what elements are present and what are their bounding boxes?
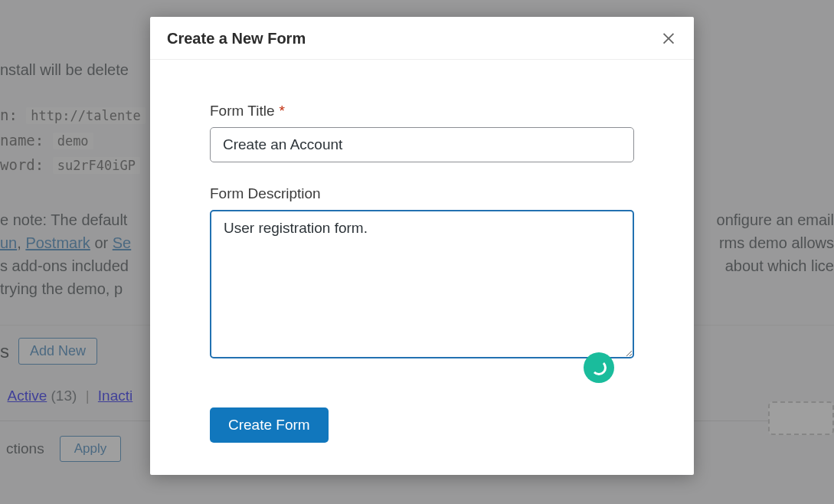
- loading-spinner: [584, 352, 614, 383]
- form-desc-group: Form Description: [210, 185, 634, 362]
- close-icon: [660, 37, 677, 48]
- modal-header: Create a New Form: [150, 17, 694, 60]
- form-desc-label: Form Description: [210, 185, 634, 202]
- form-title-label: Form Title*: [210, 103, 634, 119]
- close-button[interactable]: [660, 29, 677, 48]
- modal-body: Form Title* Form Description Create Form: [150, 60, 694, 458]
- required-star: *: [279, 103, 284, 119]
- create-form-button[interactable]: Create Form: [210, 407, 329, 443]
- create-form-modal: Create a New Form Form Title* Form Descr…: [150, 17, 694, 475]
- form-title-group: Form Title*: [210, 103, 634, 162]
- form-desc-textarea[interactable]: [210, 210, 634, 358]
- modal-title: Create a New Form: [167, 30, 306, 47]
- form-title-input[interactable]: [210, 127, 634, 162]
- spinner-icon: [591, 360, 607, 375]
